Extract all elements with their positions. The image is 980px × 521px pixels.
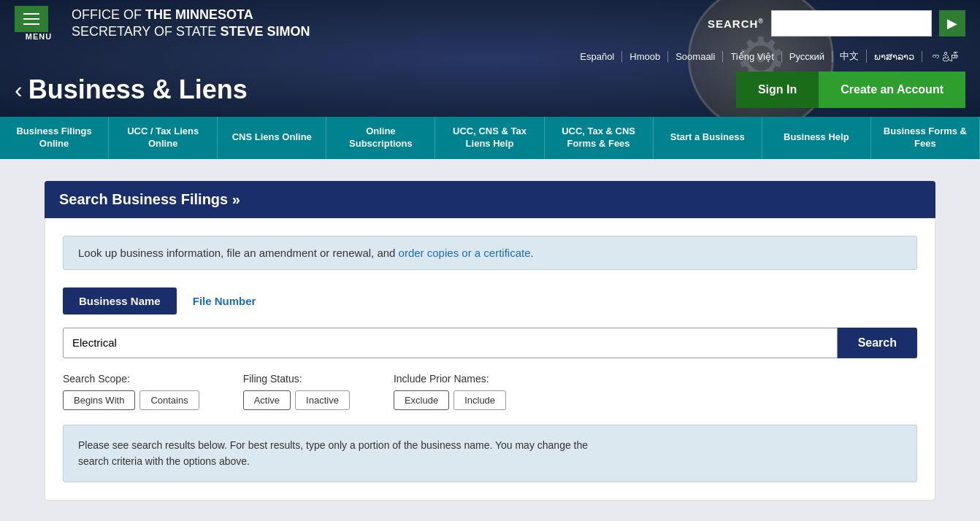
results-info-line1: Please see search results below. For bes… [78, 439, 588, 451]
info-text-suffix: . [531, 247, 534, 259]
search-form-container: Look up business information, file an am… [45, 218, 935, 501]
office-line2-bold: STEVE SIMON [220, 24, 310, 39]
top-search-input[interactable] [771, 10, 932, 36]
header-top-row: MENU OFFICE OF THE MINNESOTA SECRETARY O… [0, 0, 980, 47]
lang-soomaali[interactable]: Soomaali [668, 51, 723, 62]
scope-contains[interactable]: Contains [139, 390, 199, 410]
main-content: Search Business Filings » Look up busine… [15, 159, 965, 521]
office-line1-bold: THE MINNESOTA [145, 7, 253, 22]
filing-status-group: Filing Status: Active Inactive [243, 373, 350, 410]
search-label: SEARCH® [708, 18, 764, 30]
filters-row: Search Scope: Begins With Contains Filin… [63, 373, 917, 410]
prior-names-label: Include Prior Names: [394, 373, 506, 385]
search-filings-title: Search Business Filings » [45, 181, 935, 218]
lang-hmoob[interactable]: Hmoob [622, 51, 668, 62]
menu-icon-line2 [23, 18, 39, 20]
menu-button[interactable] [15, 6, 48, 32]
create-account-button[interactable]: Create an Account [819, 72, 965, 108]
scope-begins-with[interactable]: Begins With [63, 390, 135, 410]
status-label: Filing Status: [243, 373, 350, 385]
nav-ucc-cns-tax-help[interactable]: UCC, CNS & Tax Liens Help [435, 117, 544, 159]
office-line1-light: OFFICE OF [72, 7, 145, 22]
top-search-area: SEARCH® ▶ [708, 10, 965, 36]
prior-names-include[interactable]: Include [453, 390, 506, 410]
menu-icon-line1 [23, 13, 39, 15]
lang-espanol[interactable]: Español [573, 51, 622, 62]
prior-names-exclude[interactable]: Exclude [394, 390, 449, 410]
prior-names-radio-group: Exclude Include [394, 390, 506, 410]
info-link[interactable]: order copies or a certificate [399, 247, 531, 259]
page-title: ‹ Business & Liens [15, 74, 248, 105]
lang-karen[interactable]: ကညီကျိာ် [922, 51, 965, 62]
office-line2-light: SECRETARY OF STATE [72, 24, 220, 39]
search-tabs: Business Name File Number [63, 287, 917, 314]
navigation-bar: Business Filings Online UCC / Tax Liens … [0, 117, 980, 159]
tab-file-number[interactable]: File Number [177, 287, 272, 314]
nav-business-forms-fees[interactable]: Business Forms & Fees [871, 117, 980, 159]
menu-icon-line3 [23, 23, 39, 25]
lang-russian[interactable]: Русский [782, 51, 832, 62]
nav-online-subscriptions[interactable]: OnlineSubscriptions [326, 117, 435, 159]
tab-business-name[interactable]: Business Name [63, 287, 177, 314]
page-title-text: Business & Liens [28, 74, 248, 105]
scope-label: Search Scope: [63, 373, 199, 385]
search-button[interactable]: Search [838, 328, 917, 358]
lang-lao[interactable]: ພາສາລາວ [867, 51, 922, 62]
language-bar: Español Hmoob Soomaali Tiếng Việt Русски… [0, 47, 980, 66]
menu-block: MENU [15, 6, 60, 41]
header: ⚙ MENU OFFICE OF THE MINNESOTA SECRETARY… [0, 0, 980, 117]
results-info-line2: search criteria with the options above. [78, 455, 250, 467]
top-search-go-button[interactable]: ▶ [939, 10, 965, 36]
nav-ucc-tax-cns-forms[interactable]: UCC, Tax & CNS Forms & Fees [545, 117, 654, 159]
page-title-bar: ‹ Business & Liens Sign In Create an Acc… [0, 66, 980, 117]
nav-business-filings-online[interactable]: Business Filings Online [0, 117, 109, 159]
nav-ucc-tax-liens-online[interactable]: UCC / Tax Liens Online [109, 117, 218, 159]
nav-business-help[interactable]: Business Help [762, 117, 871, 159]
office-title: OFFICE OF THE MINNESOTA SECRETARY OF STA… [72, 7, 310, 41]
back-chevron: ‹ [15, 77, 23, 104]
search-scope-group: Search Scope: Begins With Contains [63, 373, 199, 410]
info-banner: Look up business information, file an am… [63, 236, 917, 270]
lang-chinese[interactable]: 中文 [832, 50, 867, 63]
search-row: Search [63, 328, 917, 358]
office-line1: OFFICE OF THE MINNESOTA [72, 7, 310, 23]
info-text-prefix: Look up business information, file an am… [78, 247, 399, 259]
auth-buttons: Sign In Create an Account [736, 72, 965, 108]
sign-in-button[interactable]: Sign In [736, 72, 819, 108]
lang-tieng-viet[interactable]: Tiếng Việt [723, 51, 781, 62]
prior-names-group: Include Prior Names: Exclude Include [394, 373, 506, 410]
office-line2: SECRETARY OF STATE STEVE SIMON [72, 23, 310, 40]
nav-start-a-business[interactable]: Start a Business [654, 117, 762, 159]
nav-cns-liens-online[interactable]: CNS Liens Online [218, 117, 326, 159]
status-inactive[interactable]: Inactive [295, 390, 350, 410]
results-info-banner: Please see search results below. For bes… [63, 425, 917, 482]
scope-radio-group: Begins With Contains [63, 390, 199, 410]
status-active[interactable]: Active [243, 390, 291, 410]
search-input[interactable] [63, 328, 838, 358]
status-radio-group: Active Inactive [243, 390, 350, 410]
menu-label: MENU [26, 32, 52, 41]
